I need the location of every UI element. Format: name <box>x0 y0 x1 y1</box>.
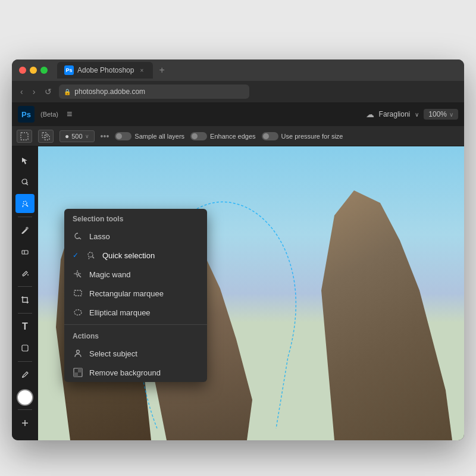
ps-logo: Ps <box>18 106 35 123</box>
quick-selection-icon <box>86 250 96 261</box>
back-button[interactable]: ‹ <box>18 86 26 98</box>
main-area: T <box>12 146 464 440</box>
selection-mode-btn2[interactable] <box>38 130 54 143</box>
tab-area: Ps Adobe Photoshop × + <box>57 62 457 79</box>
close-window-button[interactable] <box>19 67 26 74</box>
toolbar-divider4 <box>18 361 32 362</box>
forward-button[interactable]: › <box>30 86 38 98</box>
select-subject-icon <box>73 348 83 359</box>
svg-rect-29 <box>78 368 82 372</box>
svg-point-4 <box>23 201 27 205</box>
tab-close-button[interactable]: × <box>137 66 146 74</box>
sample-all-layers-switch[interactable] <box>115 132 131 140</box>
svg-point-25 <box>74 310 82 315</box>
quick-selection-tool-button[interactable] <box>15 194 35 213</box>
title-bar: Ps Adobe Photoshop × + <box>12 60 464 81</box>
foreground-color-swatch[interactable] <box>17 389 33 406</box>
more-options-button[interactable]: ••• <box>101 131 109 141</box>
svg-rect-28 <box>74 372 78 377</box>
ellipse-marquee-item[interactable]: Elliptical marquee <box>64 303 207 322</box>
quick-selection-item[interactable]: ✓ Quick selection <box>64 246 207 265</box>
svg-point-26 <box>77 350 80 353</box>
canvas-area: Selection tools Lasso ✓ <box>38 146 464 440</box>
paint-bucket-tool-button[interactable] <box>15 264 35 283</box>
eraser-tool-button[interactable] <box>15 242 35 261</box>
refresh-button[interactable]: ↺ <box>42 86 54 98</box>
magic-wand-item[interactable]: Magic wand <box>64 265 207 284</box>
brush-size-control[interactable]: ● 500 ∨ <box>60 130 95 142</box>
enhance-edges-label: Enhance edges <box>210 133 255 140</box>
use-pressure-toggle[interactable]: Use pressure for size <box>262 132 343 140</box>
remove-bg-label: Remove background <box>89 368 161 377</box>
url-input[interactable]: 🔒 photoshop.adobe.com <box>59 84 249 99</box>
svg-rect-7 <box>22 250 28 254</box>
svg-point-19 <box>76 273 79 275</box>
app-bar-right: ☁ Faraglioni ∨ 100% ∨ <box>366 109 458 120</box>
app-bar: Ps (Beta) ≡ ☁ Faraglioni ∨ 100% ∨ <box>12 102 464 126</box>
text-tool-button[interactable]: T <box>15 317 35 336</box>
use-pressure-label: Use pressure for size <box>281 133 343 140</box>
lasso-tool-item[interactable]: Lasso <box>64 227 207 246</box>
brush-tool-button[interactable] <box>15 221 35 240</box>
remove-bg-icon <box>73 367 83 378</box>
shape-tool-button[interactable] <box>15 339 35 358</box>
crop-tool-button[interactable] <box>15 290 35 309</box>
svg-rect-10 <box>22 345 28 351</box>
zoom-control[interactable]: 100% ∨ <box>424 109 458 120</box>
rect-marquee-label: Rectangular marquee <box>89 289 164 298</box>
menu-button[interactable]: ≡ <box>67 109 72 120</box>
browser-tab[interactable]: Ps Adobe Photoshop × <box>57 62 153 79</box>
selection-mode-btn1[interactable] <box>17 130 32 143</box>
toolbar-divider3 <box>18 313 32 314</box>
selection-tools-panel: Selection tools Lasso ✓ <box>64 209 207 382</box>
zoom-tool-button[interactable] <box>15 414 35 433</box>
minimize-window-button[interactable] <box>30 67 37 74</box>
rock-formation-right <box>321 190 452 440</box>
svg-point-16 <box>88 252 93 257</box>
toolbar-divider2 <box>18 286 32 287</box>
user-name: Faraglioni <box>379 110 411 118</box>
tab-title: Adobe Photoshop <box>77 66 134 74</box>
lasso-tool-label: Lasso <box>89 232 110 241</box>
ellipse-marquee-label: Elliptical marquee <box>89 308 151 317</box>
rect-marquee-icon <box>73 288 83 299</box>
svg-line-15 <box>79 238 81 240</box>
panel-section-actions-title: Actions <box>64 327 207 344</box>
svg-rect-0 <box>21 133 28 140</box>
lock-icon: 🔒 <box>64 89 71 95</box>
use-pressure-switch[interactable] <box>262 132 278 140</box>
svg-rect-24 <box>74 290 82 296</box>
new-tab-button[interactable]: + <box>155 65 168 76</box>
sample-all-layers-toggle[interactable]: Sample all layers <box>115 132 184 140</box>
cloud-icon: ☁ <box>366 109 374 119</box>
sample-all-layers-label: Sample all layers <box>134 133 184 140</box>
magic-wand-icon <box>73 269 83 280</box>
traffic-lights <box>19 67 48 74</box>
select-tool-button[interactable] <box>15 151 35 170</box>
enhance-edges-switch[interactable] <box>190 132 207 140</box>
panel-section-tools-title: Selection tools <box>64 209 207 227</box>
selected-checkmark: ✓ <box>73 251 79 259</box>
select-subject-label: Select subject <box>89 349 137 358</box>
eyedropper-tool-button[interactable] <box>15 365 35 384</box>
enhance-edges-toggle[interactable]: Enhance edges <box>190 132 255 140</box>
zoom-chevron-icon: ∨ <box>449 111 453 118</box>
toolbar-divider5 <box>18 409 32 410</box>
options-bar: ● 500 ∨ ••• Sample all layers Enhance ed… <box>12 126 464 146</box>
user-chevron-icon[interactable]: ∨ <box>415 111 419 118</box>
maximize-window-button[interactable] <box>40 67 48 74</box>
svg-line-17 <box>92 256 94 258</box>
beta-label: (Beta) <box>40 111 58 118</box>
select-subject-item[interactable]: Select subject <box>64 344 207 363</box>
svg-point-9 <box>27 274 29 275</box>
canvas-background: Selection tools Lasso ✓ <box>38 146 464 440</box>
left-toolbar: T <box>12 146 38 440</box>
address-bar: ‹ › ↺ 🔒 photoshop.adobe.com <box>12 81 464 102</box>
url-text: photoshop.adobe.com <box>74 87 145 96</box>
remove-bg-item[interactable]: Remove background <box>64 363 207 382</box>
svg-point-6 <box>26 227 28 229</box>
magic-wand-label: Magic wand <box>89 270 130 279</box>
rect-marquee-item[interactable]: Rectangular marquee <box>64 284 207 303</box>
zoom-value: 100% <box>428 110 447 118</box>
lasso-tool-button[interactable] <box>15 173 35 192</box>
